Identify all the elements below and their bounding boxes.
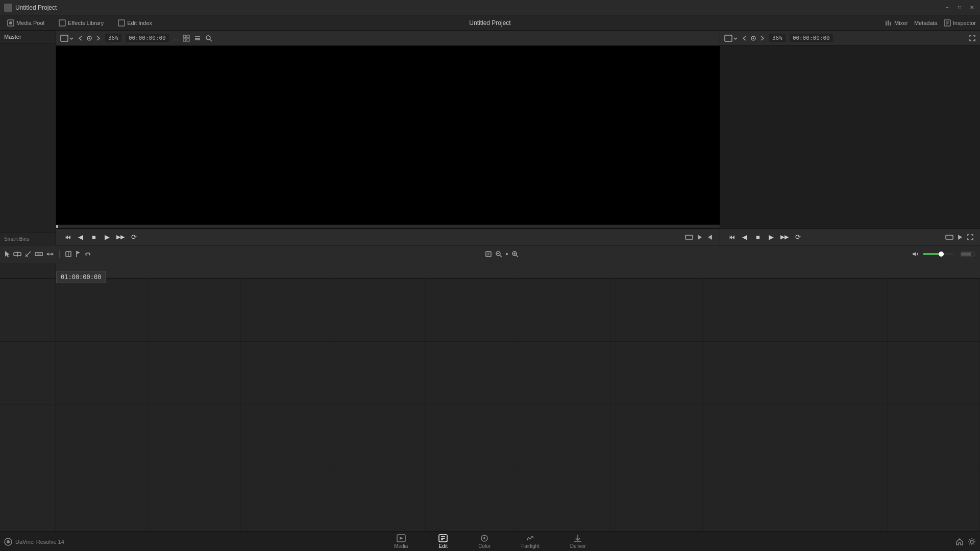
blade-tool[interactable] [24,251,32,258]
right-play-btn[interactable]: ▶ [766,232,776,242]
right-aspect-selector[interactable] [724,35,738,42]
nav-metadata[interactable]: Metadata [914,20,938,26]
preview-aspect-selector[interactable] [60,35,74,42]
svg-line-22 [210,39,212,41]
nav-effects-library[interactable]: Effects Library [56,17,107,29]
nav-inspector[interactable]: Inspector [944,19,976,27]
blade-icon [24,251,32,258]
zoom-out-button[interactable] [495,251,502,258]
tab-media-label: Media [394,543,408,549]
preview-grid-button[interactable] [183,35,190,42]
nav-media-pool[interactable]: Media Pool [4,17,47,29]
volume-slider[interactable] [923,253,953,255]
track-content-1[interactable] [56,279,980,341]
tab-media[interactable]: Media [394,534,408,549]
track-header-1 [0,279,56,341]
svg-rect-17 [187,39,189,41]
track-cell [703,342,795,405]
track-cell [149,279,241,341]
preview-toolbar: 36% 00:00:00:00 … [56,31,720,46]
track-cell [333,405,426,468]
right-mark-in[interactable] [957,234,964,241]
right-expand-button[interactable] [969,35,976,42]
track-content-2[interactable] [56,342,980,405]
preview-list-button[interactable] [194,35,201,42]
scrubber-handle[interactable] [56,225,58,228]
right-skip-start[interactable]: ⏮ [726,232,737,242]
snap-button[interactable] [65,251,72,258]
right-fullscreen[interactable] [967,234,974,241]
mark-in-button[interactable] [696,234,703,241]
tab-color[interactable]: Color [478,534,491,549]
snap-icon [65,251,72,258]
right-next-frame[interactable] [760,36,765,41]
window-controls: − □ ✕ [943,4,976,12]
track-content-4[interactable] [56,468,980,531]
track-header-4 [0,468,56,531]
source-timecode: 00:00:00:00 [126,34,169,42]
media-pool-icon [7,19,14,27]
zoom-fit-button[interactable] [485,251,492,258]
previous-button[interactable]: ◀ [76,232,86,242]
track-content-3[interactable] [56,405,980,468]
right-loop-btn[interactable]: ⟳ [793,232,803,242]
track-cell [241,279,333,341]
svg-rect-11 [61,35,68,41]
track-cell [333,468,426,531]
preview-search-button[interactable] [205,35,212,42]
center-preview-area: 36% 00:00:00:00 … [56,31,720,245]
close-button[interactable]: ✕ [968,4,976,12]
video-preview[interactable] [56,46,720,224]
right-zoom[interactable]: 36% [769,34,786,42]
track-row-2 [0,342,980,405]
preview-more-button[interactable]: … [173,35,179,41]
svg-rect-23 [685,235,693,239]
settings-button[interactable] [968,538,976,546]
stop-button[interactable]: ■ [89,232,99,242]
flag-button[interactable] [75,251,81,258]
retime-tool[interactable] [46,251,54,257]
minimize-button[interactable]: − [943,4,951,12]
in-out-button[interactable] [685,234,693,240]
davinci-logo [4,538,12,546]
skip-to-start-button[interactable]: ⏮ [62,232,72,242]
track-header-3 [0,405,56,468]
nav-mixer[interactable]: Mixer [885,19,908,27]
right-prev-btn[interactable]: ◀ [740,232,750,242]
source-zoom[interactable]: 36% [105,34,121,42]
zoom-in-button[interactable] [511,251,519,258]
loop-toggle[interactable] [87,36,92,41]
loop-button[interactable]: ⟳ [129,232,139,242]
tab-edit[interactable]: Edit [438,534,448,549]
tab-deliver[interactable]: Deliver [570,534,586,549]
volume-icon [912,251,920,257]
tab-fairlight[interactable]: Fairlight [521,534,540,549]
settings-icon [968,538,976,546]
play-button[interactable]: ▶ [102,232,112,242]
right-prev-frame[interactable] [742,36,747,41]
track-cell [149,468,241,531]
right-stop-btn[interactable]: ■ [753,232,763,242]
right-loop-toggle[interactable] [751,36,756,41]
track-cell [241,405,333,468]
next-frame-button[interactable] [96,36,101,41]
nav-edit-index[interactable]: Edit Index [115,17,155,29]
mark-out-button[interactable] [706,234,714,241]
track-cell [426,279,518,341]
source-scrubber[interactable] [56,224,720,229]
right-skip-forward[interactable]: ▶▶ [779,232,790,242]
maximize-button[interactable]: □ [955,4,964,12]
slip-tool[interactable] [35,251,43,257]
prev-frame-button[interactable] [78,36,83,41]
link-button[interactable] [84,251,91,258]
volume-handle[interactable] [939,252,944,257]
track-cell [610,342,703,405]
edit-tab-icon [438,534,448,542]
right-in-out[interactable] [945,234,953,240]
select-tool[interactable] [4,251,10,258]
right-inspector-panel: 36% 00:00:00:00 ⏮ ◀ ■ ▶ ▶▶ ⟳ [720,31,980,245]
home-button[interactable] [955,538,964,546]
svg-rect-15 [187,35,189,38]
trim-tool[interactable] [13,251,21,257]
skip-forward-button[interactable]: ▶▶ [115,232,126,242]
